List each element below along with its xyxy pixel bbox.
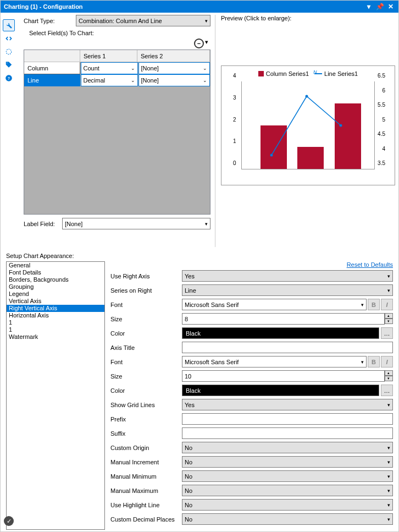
code-icon[interactable] [3,32,15,45]
target-icon[interactable] [3,46,15,58]
spin-down[interactable]: ▾ [385,319,393,324]
pin-icon[interactable]: 📌 [375,2,384,11]
list-item[interactable]: 1 [7,319,104,326]
font-select[interactable]: Microsoft Sans Serif▾ [182,299,367,310]
custom-origin-select[interactable]: No▾ [182,442,393,453]
title-bar: Charting (1) - Configuration ▾ 📌 ✕ [1,1,398,13]
suffix-input[interactable] [182,427,393,439]
svg-point-5 [340,124,342,127]
size2-input[interactable] [182,370,385,382]
setup-label: Setup Chart Appearance: [6,253,393,259]
label-field-label: Label Field: [24,221,62,227]
color-swatch: Black [182,327,379,339]
window-title: Charting (1) - Configuration [4,3,83,10]
custom-decimal-select[interactable]: No▾ [182,513,393,525]
use-highlight-select[interactable]: No▾ [182,499,393,511]
axis-title-input[interactable] [182,342,393,353]
list-item-selected[interactable]: Right Vertical Axis [7,305,104,312]
bold-button[interactable]: B [368,299,380,310]
italic-button[interactable]: I [381,299,393,310]
font2-select[interactable]: Microsoft Sans Serif▾ [182,356,367,368]
close-icon[interactable]: ✕ [386,2,395,11]
appearance-list[interactable]: General Font Details Borders, Background… [6,261,105,530]
label-field-select[interactable]: [None]▾ [62,218,210,229]
left-toolbar: ? [3,18,17,249]
bold2-button[interactable]: B [368,356,380,368]
chart-type-label: Chart Type: [24,18,76,24]
show-grid-select[interactable]: Yes▾ [182,399,393,410]
list-item[interactable]: Borders, Backgrounds [7,276,104,283]
grid-cell-select[interactable]: Decimal⌄ [81,74,138,86]
list-item[interactable]: 1 [7,326,104,333]
chart-type-select[interactable]: Combination: Column And Line▾ [76,15,210,26]
spin-down[interactable]: ▾ [385,376,393,381]
color2-picker-button[interactable]: … [381,385,393,396]
chart-preview[interactable]: Column Series1 Line Series1 0 1 2 3 4 3.… [221,65,395,185]
grid-row-label: Column [24,62,80,74]
select-fields-label: Select Field(s) To Chart: [24,30,210,36]
grid-cell-select[interactable]: [None]⌄ [138,62,210,74]
manual-increment-select[interactable]: No▾ [182,456,393,468]
grid-cell-select[interactable]: [None]⌄ [138,74,210,86]
grid-header-s2: Series 2 [137,50,210,62]
list-item[interactable]: Horizontal Axis [7,312,104,319]
spin-up[interactable]: ▴ [385,370,393,376]
grid-cell-select[interactable]: Count⌄ [81,62,138,74]
svg-point-3 [270,154,273,157]
help-icon[interactable]: ? [3,72,15,84]
list-item[interactable]: Font Details [7,269,104,276]
svg-point-4 [306,95,308,98]
wrench-icon[interactable] [3,19,15,31]
reset-link[interactable]: Reset to Defaults [110,261,393,268]
grid-header-s1: Series 1 [80,50,137,62]
prefix-input[interactable] [182,413,393,425]
preview-label: Preview (Click to enlarge): [221,15,395,21]
grid-header-blank [24,50,80,62]
series-grid: Series 1 Series 2 Column Count⌄ [None]⌄ … [24,50,210,215]
color2-swatch: Black [182,385,379,396]
color-picker-button[interactable]: … [381,327,393,339]
manual-maximum-select[interactable]: No▾ [182,485,393,496]
remove-series-icon[interactable]: − [194,39,204,48]
manual-minimum-select[interactable]: No▾ [182,470,393,482]
svg-text:?: ? [8,76,10,80]
series-on-right-select[interactable]: Line▾ [182,284,393,296]
list-item[interactable]: Watermark [7,333,104,341]
list-item[interactable]: Vertical Axis [7,298,104,305]
italic2-button[interactable]: I [381,356,393,368]
tag-icon[interactable] [3,59,15,71]
line-series [242,81,374,169]
legend-line-icon [314,73,322,74]
grid-row-label: Line [24,74,80,86]
legend-column-icon [258,71,264,76]
list-item[interactable]: Grouping [7,283,104,290]
status-ok-icon: ✓ [4,516,14,526]
list-item[interactable]: General [7,262,104,269]
svg-point-0 [6,49,11,54]
use-right-axis-select[interactable]: Yes▾ [182,270,393,282]
size-input[interactable] [182,313,385,325]
dropdown-icon[interactable]: ▾ [364,2,373,11]
list-item[interactable]: Legend [7,290,104,298]
spin-up[interactable]: ▴ [385,313,393,319]
